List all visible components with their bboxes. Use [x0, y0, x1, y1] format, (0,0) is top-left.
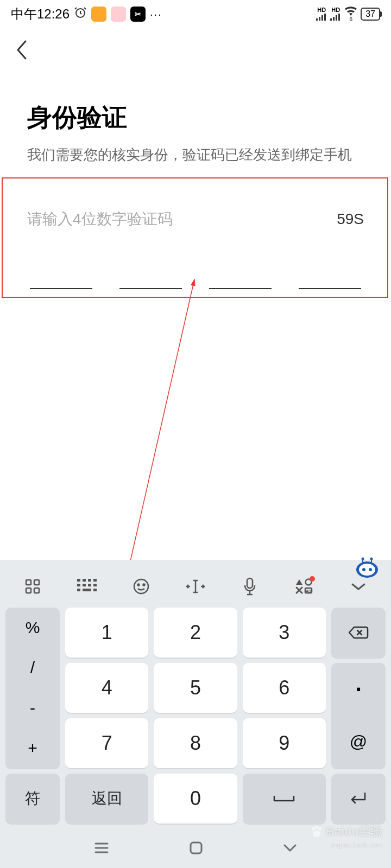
app-icon-1 [91, 7, 106, 22]
svg-rect-28 [88, 584, 91, 586]
keyboard: AD % / - + 符 123 456 789 返回 0 · @ [0, 560, 391, 868]
svg-text:AD: AD [306, 589, 311, 592]
kb-collapse-icon[interactable] [345, 575, 372, 598]
status-bar: 中午12:26 ✂ ··· HD HD 6 37 [0, 0, 391, 28]
kb-backspace[interactable] [331, 608, 386, 658]
nav-menu-button[interactable] [93, 841, 110, 857]
svg-point-12 [362, 568, 365, 571]
k0[interactable]: 0 [154, 774, 237, 824]
kb-apps-icon[interactable] [19, 575, 46, 598]
kb-dot[interactable]: · [331, 663, 386, 716]
svg-rect-22 [77, 579, 80, 582]
svg-point-48 [313, 831, 320, 837]
svg-point-33 [134, 579, 148, 593]
k8[interactable]: 8 [154, 718, 237, 768]
k1[interactable]: 1 [65, 608, 148, 658]
svg-point-11 [359, 564, 375, 576]
kb-plus[interactable]: + [5, 728, 60, 768]
code-inputs [27, 267, 364, 289]
kb-at[interactable]: @ [331, 716, 386, 768]
svg-rect-31 [83, 589, 91, 591]
code-digit-2[interactable] [119, 267, 182, 289]
signal-2: HD [330, 7, 341, 22]
kb-cursor-icon[interactable] [182, 575, 209, 598]
title-section: 身份验证 我们需要您的核实身份，验证码已经发送到绑定手机 [0, 68, 391, 176]
svg-rect-20 [26, 588, 31, 593]
countdown-timer: 59S [337, 210, 364, 228]
wifi-icon [344, 6, 357, 17]
svg-rect-21 [34, 588, 39, 593]
svg-rect-4 [324, 14, 326, 21]
svg-rect-44 [191, 843, 201, 853]
svg-point-13 [369, 568, 372, 571]
back-button[interactable] [0, 28, 391, 68]
svg-point-35 [143, 584, 145, 585]
nav-back-button[interactable] [282, 843, 298, 856]
kb-right-symbols: · @ [331, 663, 386, 768]
svg-rect-2 [319, 17, 320, 21]
svg-point-46 [315, 826, 318, 829]
kb-slash[interactable]: / [5, 648, 60, 688]
svg-point-34 [138, 584, 140, 585]
kb-mic-icon[interactable] [236, 575, 263, 598]
code-digit-4[interactable] [299, 267, 361, 289]
notification-dot [310, 576, 315, 582]
code-digit-1[interactable] [30, 267, 92, 289]
kb-space[interactable] [243, 774, 326, 824]
keyboard-keys: % / - + 符 123 456 789 返回 0 · @ [0, 604, 391, 830]
svg-point-47 [318, 827, 321, 831]
kb-enter[interactable] [331, 774, 386, 824]
signal-1: HD [316, 7, 327, 22]
kb-symbols-icon[interactable]: AD [291, 575, 318, 598]
alarm-icon [74, 6, 87, 22]
svg-rect-24 [88, 579, 91, 582]
chevron-left-icon [14, 39, 29, 61]
app-icon-3: ✂ [130, 7, 146, 22]
paw-icon [310, 825, 324, 839]
svg-point-45 [312, 827, 315, 831]
svg-rect-5 [330, 18, 332, 21]
kb-left-symbols: % / - + [5, 608, 60, 768]
svg-rect-8 [338, 14, 340, 21]
k6[interactable]: 6 [243, 663, 326, 713]
status-left: 中午12:26 ✂ ··· [11, 5, 162, 23]
kb-emoji-icon[interactable] [128, 575, 155, 598]
status-right: HD HD 6 37 [316, 6, 380, 22]
k9[interactable]: 9 [243, 718, 326, 768]
svg-rect-6 [333, 17, 335, 21]
keyboard-toolbar: AD [0, 560, 391, 604]
more-dots-icon: ··· [150, 8, 162, 21]
k5[interactable]: 5 [154, 663, 237, 713]
svg-rect-7 [336, 15, 337, 21]
k4[interactable]: 4 [65, 663, 148, 713]
kb-percent[interactable]: % [5, 608, 60, 648]
svg-rect-27 [83, 584, 86, 586]
k3[interactable]: 3 [243, 608, 326, 658]
svg-rect-30 [77, 589, 80, 591]
k2[interactable]: 2 [154, 608, 237, 658]
k7[interactable]: 7 [65, 718, 148, 768]
page-subtitle: 我们需要您的核实身份，验证码已经发送到绑定手机 [27, 144, 364, 165]
status-time: 中午12:26 [11, 5, 70, 23]
svg-rect-29 [93, 584, 97, 586]
watermark: Baidu经验 [310, 824, 383, 840]
svg-rect-25 [93, 579, 97, 582]
kb-return[interactable]: 返回 [65, 774, 148, 824]
input-header: 请输入4位数字验证码 59S [27, 209, 364, 229]
svg-rect-26 [77, 584, 80, 586]
nav-home-button[interactable] [188, 840, 204, 858]
svg-rect-37 [247, 578, 253, 588]
kb-layout-icon[interactable] [73, 575, 100, 598]
kb-minus[interactable]: - [5, 688, 60, 728]
code-input-section: 请输入4位数字验证码 59S [0, 176, 391, 289]
svg-rect-1 [316, 18, 318, 21]
app-icon-2 [111, 7, 126, 22]
signal-bars-icon [316, 13, 327, 22]
svg-rect-19 [34, 580, 39, 585]
battery-indicator: 37 [361, 8, 380, 21]
svg-rect-3 [321, 15, 323, 21]
svg-rect-32 [93, 589, 97, 591]
code-digit-3[interactable] [209, 267, 272, 289]
signal-bars-icon [330, 13, 341, 22]
kb-symbol-mode[interactable]: 符 [5, 774, 60, 824]
